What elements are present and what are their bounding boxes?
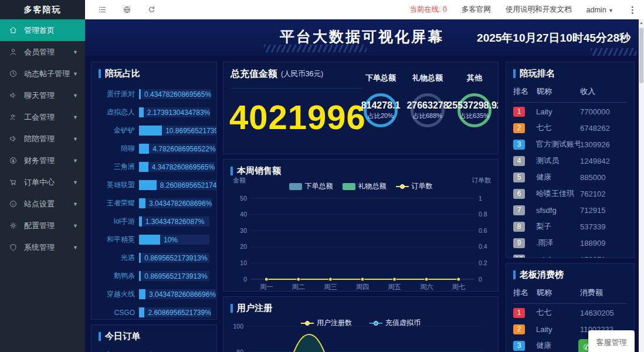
- title-bar-decor: [99, 332, 101, 341]
- sidebar-item-guild[interactable]: 工会管理▼: [0, 106, 85, 128]
- svg-text:周五: 周五: [388, 283, 401, 290]
- rank-value: 1309926: [580, 140, 627, 149]
- sidebar-item-label: 动态帖子管理: [24, 69, 70, 79]
- stat-ratio: 占比635%: [447, 111, 499, 120]
- ratio-label: 和平精英: [99, 235, 135, 245]
- sidebar-item-label: 配置管理: [24, 221, 55, 231]
- chevron-down-icon: ▼: [73, 223, 78, 229]
- rank-row: 10adsf159871: [513, 252, 627, 258]
- panel-peiwan-ranking: 陪玩排名 排名 昵称 收入 1Laity77000002七七67482623官方…: [506, 62, 635, 258]
- user-icon: [9, 48, 18, 57]
- ratio-label: 虚拟恋人: [99, 107, 135, 117]
- decor-stripes-right: [591, 48, 636, 56]
- more-options-icon[interactable]: ⋮: [628, 5, 637, 15]
- ratio-value: 1.304347826087%: [145, 218, 205, 226]
- ratio-bar: 8.2608695652174%: [139, 180, 217, 190]
- ratio-bar: 4.3478260869565%: [139, 162, 215, 172]
- sidebar-item-chat[interactable]: 聊天管理▼: [0, 84, 85, 106]
- panel-user-registration: 用户注册 10080 用户注册数充值虚拟币: [223, 296, 499, 352]
- legend-item[interactable]: 下单总额: [289, 181, 333, 191]
- user-menu[interactable]: admin ▼: [587, 6, 614, 14]
- rank-col-rank: 排名: [513, 86, 537, 97]
- legend-item[interactable]: 用户注册数: [301, 318, 352, 328]
- scroll-up-icon[interactable]: ▲: [639, 19, 644, 26]
- reg-chart-legend: 用户注册数充值虚拟币: [223, 318, 498, 328]
- chevron-down-icon: ▼: [73, 49, 78, 55]
- rank-panel-title: 陪玩排名: [520, 68, 555, 79]
- datetime-display: 2025年10月27日10时45分28秒: [477, 31, 631, 46]
- stat-value: 814278.1: [361, 100, 401, 111]
- ratio-label: 光遇: [99, 253, 135, 263]
- svg-text:1: 1: [479, 195, 482, 202]
- divider: [231, 88, 362, 89]
- legend-item[interactable]: 充值虚拟币: [370, 318, 421, 328]
- ratio-panel-title: 陪玩占比: [105, 68, 140, 79]
- users-icon: [9, 113, 18, 122]
- sidebar-menu: 管理首页会员管理▼动态帖子管理▼聊天管理▼工会管理▼陪陪管理▼财务管理▼订单中心…: [0, 19, 85, 258]
- rank-badge: 9: [513, 238, 525, 248]
- sidebar: 多客陪玩 管理首页会员管理▼动态帖子管理▼聊天管理▼工会管理▼陪陪管理▼财务管理…: [0, 0, 85, 352]
- rank-value: 762102: [580, 189, 627, 198]
- rank-name: 七七: [536, 307, 580, 318]
- legend-item[interactable]: 礼物总额: [343, 181, 387, 191]
- title-bar-decor: [99, 69, 101, 78]
- title-bar-decor: [231, 304, 233, 313]
- ratio-row: 和平精英10%: [99, 231, 209, 249]
- rank-name: Laity: [536, 107, 580, 116]
- svg-text:0.6: 0.6: [479, 227, 487, 234]
- customer-service-popup[interactable]: 客服管理: [588, 330, 635, 352]
- svg-text:0.8: 0.8: [479, 211, 487, 218]
- week-panel-title: 本周销售额: [237, 165, 281, 177]
- svg-text:20: 20: [240, 243, 247, 250]
- ratio-bar: 0.43478260869565%: [139, 89, 211, 99]
- ratio-label: 陪聊: [99, 144, 135, 154]
- sidebar-item-members[interactable]: 会员管理▼: [0, 41, 85, 63]
- rank-badge: 6: [513, 189, 525, 199]
- globe-icon[interactable]: [123, 5, 131, 14]
- ratio-label: 金铲铲: [99, 126, 135, 136]
- rank-name: adsf: [536, 255, 580, 259]
- link-official-site[interactable]: 多客官网: [462, 5, 491, 15]
- sidebar-item-label: 系统管理: [24, 242, 55, 253]
- panel-week-sales: 本周销售额 下单总额礼物总额订单数 金额 订单数 00100.2200.4300…: [223, 159, 499, 292]
- title-bar-decor: [513, 69, 516, 78]
- smile-icon: [9, 199, 18, 209]
- ratio-row: 穿越火线3.04347826086696%: [99, 285, 209, 303]
- ratio-bar: 2.1739130434783%: [139, 107, 210, 117]
- ratio-label: CSGO: [99, 309, 135, 317]
- panel-today-orders: 今日订单 金额 品名: [91, 324, 217, 352]
- collapse-menu-icon[interactable]: [98, 5, 107, 14]
- money-icon: [9, 156, 18, 165]
- sidebar-item-config[interactable]: 配置管理▼: [0, 215, 85, 236]
- recharge-subtitle: (人民币36元): [281, 69, 323, 79]
- rank-badge: 2: [513, 123, 525, 133]
- shield-icon: [9, 243, 18, 252]
- rank-name: .雨泽: [536, 238, 580, 248]
- rank-badge: 2: [513, 324, 525, 334]
- rank-name: 七七: [536, 123, 580, 133]
- svg-text:0.2: 0.2: [479, 259, 487, 266]
- sidebar-item-posts[interactable]: 动态帖子管理▼: [0, 63, 85, 84]
- sidebar-item-system[interactable]: 系统管理▼: [0, 236, 85, 258]
- rank-badge: 5: [513, 172, 525, 182]
- scrollbar-thumb[interactable]: [639, 28, 643, 83]
- sidebar-item-finance[interactable]: 财务管理▼: [0, 150, 85, 171]
- refresh-icon[interactable]: [147, 5, 156, 14]
- ratio-value: 3.04347826086696%: [149, 290, 216, 299]
- horn-icon: [9, 134, 18, 144]
- sidebar-item-peipei[interactable]: 陪陪管理▼: [0, 128, 85, 150]
- rank-row: 2七七6748262: [513, 120, 627, 136]
- boss-col-spend: 消费额: [580, 287, 627, 298]
- sidebar-item-home[interactable]: 管理首页: [0, 19, 85, 41]
- ratio-value: 3.0434782608696%: [149, 199, 212, 208]
- ratio-bar: 3.04347826086696%: [139, 289, 216, 299]
- rank-value: 7700000: [580, 107, 627, 116]
- ratio-value: 10%: [164, 236, 178, 244]
- rank-badge: 3: [513, 140, 525, 150]
- svg-text:周六: 周六: [420, 283, 434, 290]
- sidebar-item-orders[interactable]: 订单中心▼: [0, 171, 85, 193]
- link-docs[interactable]: 使用说明和开发文档: [506, 5, 572, 15]
- vertical-scrollbar[interactable]: ▲: [639, 19, 644, 352]
- legend-item[interactable]: 订单数: [396, 181, 433, 191]
- sidebar-item-site[interactable]: 站点设置▼: [0, 193, 85, 215]
